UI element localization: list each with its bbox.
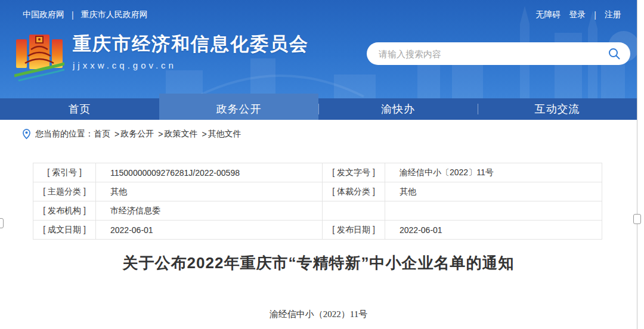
article-title: 关于公布2022年重庆市“专精特新”中小企业名单的通知 <box>0 253 637 274</box>
tab-home[interactable]: 首页 <box>0 98 159 120</box>
doc-meta-table: [ 索引号 ] 11500000009276281J/2022-00598 [ … <box>33 163 602 240</box>
site-brand[interactable]: 重庆市经济和信息化委员会 jjxxw.cq.gov.cn <box>14 31 309 86</box>
breadcrumb-item-policy-files[interactable]: 政策文件 <box>164 129 197 139</box>
link-register[interactable]: 注册 <box>605 10 621 20</box>
search-icon <box>608 47 621 60</box>
meta-label-index-no: [ 索引号 ] <box>33 163 96 182</box>
breadcrumb-separator: > <box>202 129 206 139</box>
meta-value-written-date: 2022-06-01 <box>96 221 323 240</box>
breadcrumb-separator: > <box>114 129 119 139</box>
meta-value-publish-date: 2022-06-01 <box>385 221 602 240</box>
link-accessibility[interactable]: 无障碍 <box>535 10 561 20</box>
tab-yukuaiban[interactable]: 渝快办 <box>318 98 478 120</box>
meta-label-empty <box>323 201 385 221</box>
meta-label-written-date: [ 成文日期 ] <box>33 221 96 240</box>
breadcrumb-item-other-files[interactable]: 其他文件 <box>208 129 242 139</box>
top-bar-divider: | <box>594 10 596 20</box>
screenshot-handle-left <box>0 218 4 228</box>
search-input[interactable] <box>379 49 606 59</box>
breadcrumb-item-zwgk[interactable]: 政务公开 <box>120 129 154 139</box>
link-login[interactable]: 登录 <box>569 10 586 20</box>
top-bar-right-links: 无障碍 登录 | 注册 <box>535 10 621 20</box>
meta-value-genre-class: 其他 <box>385 182 602 201</box>
top-bar-divider: | <box>72 10 74 20</box>
meta-label-topic-class: [ 主题分类 ] <box>33 182 96 201</box>
table-row: [ 发布机构 ] 市经济信息委 <box>33 201 602 221</box>
search-box <box>367 42 630 65</box>
meta-label-genre-class: [ 体裁分类 ] <box>323 182 385 201</box>
tab-government-affairs[interactable]: 政务公开 <box>159 94 318 120</box>
meta-value-doc-symbol: 渝经信中小〔2022〕11号 <box>385 163 602 182</box>
link-chongqing-gov[interactable]: 重庆市人民政府网 <box>81 10 148 20</box>
search-button[interactable] <box>606 46 622 61</box>
brand-text: 重庆市经济和信息化委员会 jjxxw.cq.gov.cn <box>73 31 309 70</box>
site-url: jjxxw.cq.gov.cn <box>73 60 309 70</box>
tab-interaction[interactable]: 互动交流 <box>478 98 637 120</box>
breadcrumb-separator: > <box>158 129 163 139</box>
article-doc-number: 渝经信中小（2022）11号 <box>0 309 637 320</box>
breadcrumb-item-home[interactable]: 首页 <box>94 129 110 139</box>
meta-label-publish-date: [ 发布日期 ] <box>323 221 385 240</box>
meta-value-empty <box>385 201 602 221</box>
main-nav: 首页 政务公开 渝快办 互动交流 <box>0 98 637 120</box>
meta-value-publisher: 市经济信息委 <box>96 201 323 221</box>
top-bar: 中国政府网 | 重庆市人民政府网 无障碍 登录 | 注册 <box>23 10 621 20</box>
top-bar-left-links: 中国政府网 | 重庆市人民政府网 <box>23 10 148 20</box>
link-china-gov[interactable]: 中国政府网 <box>23 10 64 20</box>
breadcrumb-prefix: 您当前的位置： <box>35 129 94 139</box>
table-row: [ 成文日期 ] 2022-06-01 [ 发布日期 ] 2022-06-01 <box>33 221 602 240</box>
table-row: [ 主题分类 ] 其他 [ 体裁分类 ] 其他 <box>33 182 602 201</box>
meta-value-topic-class: 其他 <box>96 182 323 201</box>
screenshot-handle-right <box>633 214 641 224</box>
table-row: [ 索引号 ] 11500000009276281J/2022-00598 [ … <box>33 163 602 182</box>
meta-value-index-no: 11500000009276281J/2022-00598 <box>96 163 323 182</box>
breadcrumb: 您当前的位置： 首页 > 政务公开 > 政策文件 > 其他文件 <box>23 129 242 139</box>
site-banner: 中国政府网 | 重庆市人民政府网 无障碍 登录 | 注册 <box>0 0 637 98</box>
meta-label-doc-symbol: [ 发文字号 ] <box>323 163 385 182</box>
page-root: 中国政府网 | 重庆市人民政府网 无障碍 登录 | 注册 <box>0 0 644 329</box>
page-edge-line <box>637 0 637 329</box>
location-pin-icon <box>23 129 30 139</box>
site-name: 重庆市经济和信息化委员会 <box>73 33 309 55</box>
site-logo-icon <box>14 31 64 86</box>
meta-label-publisher: [ 发布机构 ] <box>33 201 96 221</box>
